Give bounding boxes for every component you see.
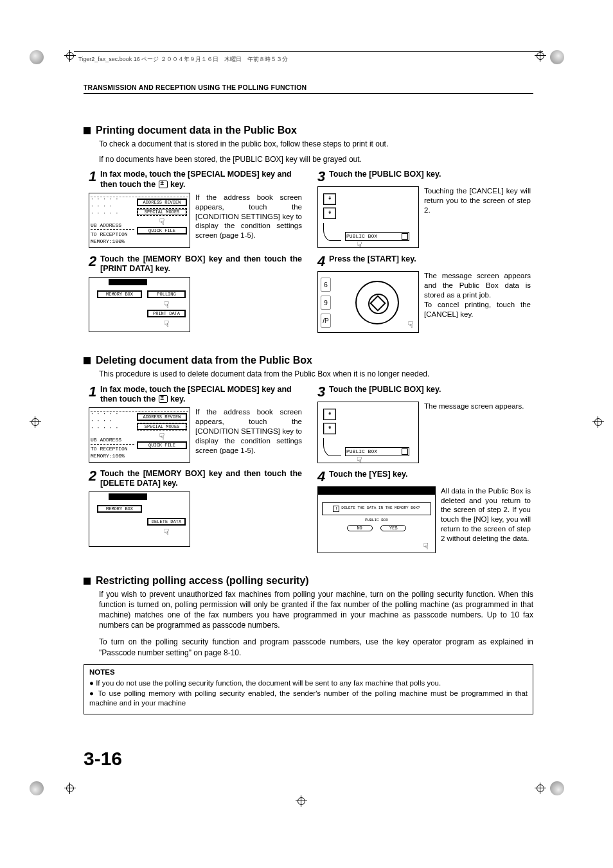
- warning-icon: !: [333, 506, 339, 512]
- memory-box-button[interactable]: MEMORY BOX: [97, 290, 142, 298]
- page-number: 3-16: [84, 748, 122, 770]
- panel-public-box: ⇞ ⇟ PUBLIC BOX ☟: [317, 186, 419, 248]
- down-arrow-icon[interactable]: ⇟: [323, 208, 336, 219]
- section-print-title: Printing document data in the Public Box: [84, 125, 533, 136]
- polling-button[interactable]: POLLING: [147, 290, 186, 298]
- keypad-6[interactable]: 6: [321, 278, 331, 292]
- panel-memory-print: MEMORY BOX POLLING ☟ PRINT DATA ☟: [89, 277, 190, 332]
- keypad-9[interactable]: 9: [321, 296, 331, 310]
- up-arrow-icon[interactable]: ⇞: [323, 409, 336, 420]
- down-arrow-icon[interactable]: ⇟: [323, 423, 336, 434]
- running-header: TRANSMISSION AND RECEPTION USING THE POL…: [84, 84, 533, 94]
- cropmark-info: Tiger2_fax_sec.book 16 ページ ２００４年９月１６日 木曜…: [78, 55, 288, 64]
- panel-memory-delete: MEMORY BOX DELETE DATA ☟: [89, 492, 190, 547]
- hand-pointer-icon: ☟: [147, 528, 186, 537]
- section-delete-intro: This procedure is used to delete documen…: [99, 369, 533, 379]
- notes-title: NOTES: [89, 668, 528, 678]
- print-step1: In fax mode, touch the [SPECIAL MODES] k…: [100, 170, 302, 190]
- step-number: 3: [317, 385, 329, 399]
- print-data-button[interactable]: PRINT DATA: [147, 310, 186, 317]
- delete-data-button[interactable]: DELETE DATA: [147, 518, 186, 526]
- panel-start-key: 6 9 /P ☟: [317, 271, 419, 333]
- hand-pointer-icon: ☟: [408, 321, 413, 330]
- doc-icon: [402, 233, 408, 240]
- notes-item1: If you do not use the polling security f…: [89, 678, 528, 689]
- delete-step1-desc: If the address book screen appears, touc…: [195, 407, 302, 463]
- public-box-button[interactable]: PUBLIC BOX: [345, 447, 409, 456]
- special-modes-button[interactable]: SPECIAL MODES: [137, 208, 187, 216]
- section-restrict-title: Restricting polling access (polling secu…: [84, 575, 533, 587]
- print-step3-desc: Touching the [CANCEL] key will return yo…: [424, 186, 531, 248]
- step-number: 4: [317, 470, 329, 484]
- print-step1-desc: If the address book screen appears, touc…: [195, 193, 302, 248]
- quick-file-button[interactable]: QUICK FILE: [137, 441, 187, 449]
- keypad-p[interactable]: /P: [321, 314, 331, 328]
- quick-file-button[interactable]: QUICK FILE: [137, 227, 187, 235]
- panel-fax-screen: · · · · · · · · · · · · · · UB ADDRESS T…: [89, 193, 190, 248]
- special-modes-button[interactable]: SPECIAL MODES: [137, 423, 187, 430]
- step-number: 4: [317, 254, 329, 269]
- up-arrow-icon[interactable]: ⇞: [323, 193, 336, 205]
- step-number: 2: [89, 469, 100, 489]
- plus-minus-key-icon: [159, 181, 168, 188]
- panel-confirm-dialog: !DELETE THE DATA IN THE MEMORY BOX? PUBL…: [317, 486, 436, 553]
- hand-pointer-icon: ☟: [357, 456, 362, 465]
- restrict-para1: If you wish to prevent unauthorized fax …: [99, 589, 533, 631]
- public-box-button[interactable]: PUBLIC BOX: [345, 232, 409, 241]
- section-delete-title: Deleting document data from the Public B…: [84, 355, 533, 366]
- hand-pointer-icon: ☟: [137, 432, 187, 441]
- memory-box-button[interactable]: MEMORY BOX: [97, 505, 142, 513]
- print-step4: Press the [START] key.: [329, 254, 416, 269]
- print-step2: Touch the [MEMORY BOX] key and then touc…: [100, 254, 302, 274]
- hand-pointer-icon: ☟: [357, 241, 362, 250]
- step-number: 1: [89, 385, 100, 405]
- delete-step3-desc: The message screen appears.: [424, 402, 524, 463]
- address-review-button[interactable]: ADDRESS REVIEW: [137, 413, 187, 421]
- step-number: 2: [89, 254, 100, 274]
- plus-minus-key-icon: [159, 395, 168, 403]
- section-print-intro2: If no documents have been stored, the [P…: [99, 154, 533, 164]
- print-step3: Touch the [PUBLIC BOX] key.: [329, 170, 441, 184]
- address-review-button[interactable]: ADDRESS REVIEW: [137, 199, 187, 206]
- notes-item2: To use polling memory with polling secur…: [89, 689, 528, 709]
- panel-fax-screen: · · · · · · · · · · · · · · UB ADDRESS T…: [89, 407, 190, 463]
- delete-step4-desc: All data in the Public Box is deleted an…: [441, 486, 531, 553]
- doc-icon: [402, 448, 408, 455]
- restrict-para2: To turn on the polling security function…: [99, 637, 533, 657]
- hand-pointer-icon: ☟: [423, 542, 429, 551]
- delete-step3: Touch the [PUBLIC BOX] key.: [329, 385, 441, 399]
- hand-pointer-icon: ☟: [137, 218, 187, 227]
- notes-box: NOTES If you do not use the polling secu…: [84, 664, 533, 714]
- yes-button[interactable]: YES: [380, 525, 406, 531]
- step-number: 1: [89, 170, 100, 190]
- no-button[interactable]: NO: [347, 525, 373, 531]
- delete-step1: In fax mode, touch the [SPECIAL MODES] k…: [100, 385, 302, 405]
- section-print-intro1: To check a document that is stored in th…: [99, 139, 533, 149]
- delete-step2: Touch the [MEMORY BOX] key and then touc…: [100, 469, 302, 489]
- hand-pointer-icon: ☟: [147, 301, 186, 310]
- hand-pointer-icon: ☟: [147, 320, 186, 329]
- step-number: 3: [317, 170, 329, 184]
- delete-step4: Touch the [YES] key.: [329, 470, 407, 484]
- print-step4-desc: The message screen appears and the Publi…: [424, 271, 531, 333]
- panel-public-box: ⇞ ⇟ PUBLIC BOX ☟: [317, 402, 419, 463]
